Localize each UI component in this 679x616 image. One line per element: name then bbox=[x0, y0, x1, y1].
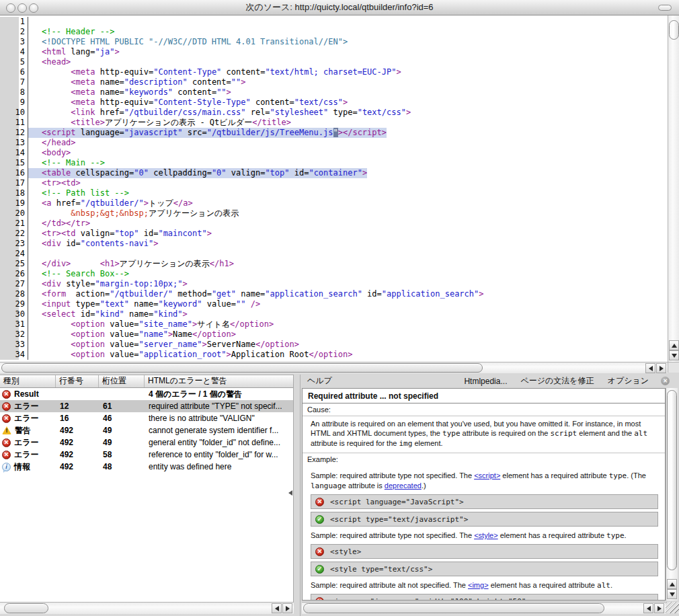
code-token: id= bbox=[139, 229, 159, 238]
code-token: content= bbox=[173, 87, 216, 97]
window-close-button[interactable] bbox=[6, 3, 15, 13]
scroll-left-button[interactable] bbox=[272, 603, 282, 613]
source-line[interactable]: 19<a href="/qtbuilder/">トップ</a> bbox=[0, 198, 668, 208]
source-line[interactable]: 24 bbox=[0, 249, 668, 259]
source-line[interactable]: 3<!DOCTYPE HTML PUBLIC "-//W3C//DTD HTML… bbox=[0, 37, 668, 47]
code-token: content= bbox=[251, 98, 294, 107]
source-line[interactable]: 18<!-- Path list --> bbox=[0, 188, 668, 198]
line-number: 21 bbox=[0, 219, 28, 229]
error-row[interactable]: エラー49249general entity "folder_id" not d… bbox=[0, 436, 293, 449]
scrollbar-thumb[interactable] bbox=[1, 363, 483, 373]
help-link[interactable]: <img> bbox=[468, 581, 489, 589]
source-line[interactable]: 8 <meta name="keywords" content=""> bbox=[0, 87, 668, 98]
help-link[interactable]: deprecated bbox=[385, 482, 422, 490]
error-row[interactable]: エラー1646there is no attribute "VALIGN" bbox=[0, 412, 293, 424]
source-line[interactable]: 4<html lang="ja"> bbox=[0, 47, 668, 57]
scroll-left-button[interactable] bbox=[645, 363, 655, 373]
scrollbar-corner bbox=[668, 362, 679, 373]
source-line[interactable]: 16<table cellspacing="0" cellpadding="0"… bbox=[0, 168, 668, 178]
code-token bbox=[42, 77, 71, 87]
column-header-line[interactable]: 行番号 bbox=[56, 375, 99, 387]
scrollbar-thumb[interactable] bbox=[667, 390, 677, 570]
source-line[interactable]: 15<!-- Main --> bbox=[0, 158, 668, 168]
source-line[interactable]: 7 <meta name="description" content=""> bbox=[0, 77, 668, 87]
options-button[interactable]: オプション bbox=[608, 375, 649, 387]
scroll-up-button[interactable] bbox=[669, 340, 679, 350]
source-line[interactable]: 10 <link href="/qtbuilder/css/main.css" … bbox=[0, 108, 668, 118]
column-header-type[interactable]: 種別 bbox=[0, 375, 56, 387]
window-minimize-button[interactable] bbox=[17, 3, 27, 13]
scroll-left-button[interactable] bbox=[643, 603, 653, 613]
source-line[interactable]: 9 <meta http-equiv="Content-Style-Type" … bbox=[0, 98, 668, 108]
scrollbar-thumb[interactable] bbox=[4, 603, 48, 613]
error-summary-row[interactable]: Result4 個のエラー / 1 個の警告 bbox=[0, 388, 293, 400]
bad-icon bbox=[315, 547, 324, 556]
source-line[interactable]: 31 <option value="site_name">サイト名</optio… bbox=[0, 319, 668, 330]
error-row[interactable]: エラー1261required attribute "TYPE" not spe… bbox=[0, 400, 293, 412]
window-resize-grip[interactable] bbox=[666, 602, 679, 613]
source-line[interactable]: 11 <title>アプリケーションの表示 - Qtビルダー</title> bbox=[0, 118, 668, 128]
window-zoom-button[interactable] bbox=[29, 3, 38, 13]
source-line[interactable]: 27<div style="margin-top:10px;"> bbox=[0, 279, 668, 289]
source-line[interactable]: 33 <option value="server_name">ServerNam… bbox=[0, 340, 668, 350]
source-line[interactable]: 29<input type="text" name="keyword" valu… bbox=[0, 299, 668, 309]
source-line[interactable]: 2<!-- Header --> bbox=[0, 27, 668, 37]
source-line[interactable]: 17<tr><td> bbox=[0, 178, 668, 188]
fix-syntax-button[interactable]: ページの文法を修正 bbox=[520, 375, 594, 387]
error-row[interactable]: 情報49248entity was defined here bbox=[0, 461, 293, 473]
text-run: element has a required attribute bbox=[489, 581, 597, 589]
source-line[interactable]: 34 <option value="application_root">Appl… bbox=[0, 350, 668, 360]
source-line[interactable]: 14<body> bbox=[0, 148, 668, 158]
source-line[interactable]: 25</div> <h1>アプリケーションの表示</h1> bbox=[0, 259, 668, 269]
line-number: 19 bbox=[0, 198, 28, 208]
splitter-collapse-handle[interactable] bbox=[288, 490, 292, 496]
source-line[interactable]: 28<form action="/qtbuilder/" method="get… bbox=[0, 289, 668, 299]
source-view[interactable]: 12<!-- Header -->3<!DOCTYPE HTML PUBLIC … bbox=[0, 15, 668, 362]
code-token: value= bbox=[105, 350, 139, 359]
source-line[interactable]: 12<script language="javascript" src="/qt… bbox=[0, 128, 668, 138]
scroll-right-button[interactable] bbox=[282, 603, 292, 613]
source-line[interactable]: 5<head> bbox=[0, 57, 668, 67]
error-message-cell: entity was defined here bbox=[145, 462, 293, 471]
column-header-message[interactable]: HTMLのエラーと警告 bbox=[145, 375, 293, 387]
scroll-up-button[interactable] bbox=[667, 579, 677, 589]
panel-splitter[interactable] bbox=[294, 375, 301, 616]
htmlpedia-button[interactable]: Htmlpedia... bbox=[464, 377, 507, 386]
scrollbar-thumb[interactable] bbox=[669, 20, 679, 40]
code-token: "/qtbuilder/" bbox=[110, 289, 173, 299]
line-number: 12 bbox=[0, 128, 28, 138]
help-vertical-scrollbar[interactable] bbox=[666, 388, 678, 601]
source-line[interactable]: 1 bbox=[0, 17, 668, 27]
scrollbar-thumb[interactable] bbox=[303, 603, 604, 613]
help-horizontal-scrollbar[interactable] bbox=[302, 602, 666, 614]
scroll-right-button[interactable] bbox=[654, 603, 664, 613]
code-token: valign= bbox=[227, 168, 266, 178]
source-line[interactable]: 20 &nbsp;&gt;&nbsp;アプリケーションの表示 bbox=[0, 208, 668, 219]
line-code: <!-- Main --> bbox=[28, 158, 105, 168]
source-line[interactable]: 23<div id="contents-navi"> bbox=[0, 239, 668, 249]
help-link[interactable]: <script> bbox=[474, 471, 500, 479]
text-run: .) bbox=[422, 482, 426, 490]
source-vertical-scrollbar[interactable] bbox=[668, 15, 679, 362]
source-line[interactable]: 30<select id="kind" name="kind"> bbox=[0, 309, 668, 319]
source-line[interactable]: 6 <meta http-equiv="Content-Type" conten… bbox=[0, 67, 668, 77]
error-row[interactable]: エラー49258reference to entity "folder_id" … bbox=[0, 449, 293, 461]
source-line[interactable]: 13</head> bbox=[0, 138, 668, 148]
source-horizontal-scrollbar[interactable] bbox=[0, 362, 668, 373]
column-header-column[interactable]: 桁位置 bbox=[99, 375, 145, 387]
source-line[interactable]: 22<tr><td valign="top" id="maincont"> bbox=[0, 229, 668, 239]
help-link[interactable]: <style> bbox=[474, 531, 497, 539]
error-list-horizontal-scrollbar[interactable] bbox=[0, 602, 294, 614]
source-line[interactable]: 21</td></tr> bbox=[0, 219, 668, 229]
line-code: <meta http-equiv="Content-Style-Type" co… bbox=[28, 98, 348, 108]
help-close-icon[interactable] bbox=[661, 377, 670, 385]
scroll-right-button[interactable] bbox=[656, 363, 666, 373]
code-token: "application_root" bbox=[139, 350, 227, 359]
scroll-down-button[interactable] bbox=[669, 350, 679, 360]
toolbar-pill-button[interactable] bbox=[658, 5, 672, 11]
source-line[interactable]: 26<!-- Search Box--> bbox=[0, 269, 668, 279]
scroll-down-button[interactable] bbox=[667, 589, 677, 599]
error-row[interactable]: 警告49249cannot generate system identifier… bbox=[0, 424, 293, 436]
source-line[interactable]: 32 <option value="name">Name</option> bbox=[0, 330, 668, 340]
line-number: 15 bbox=[0, 158, 28, 168]
